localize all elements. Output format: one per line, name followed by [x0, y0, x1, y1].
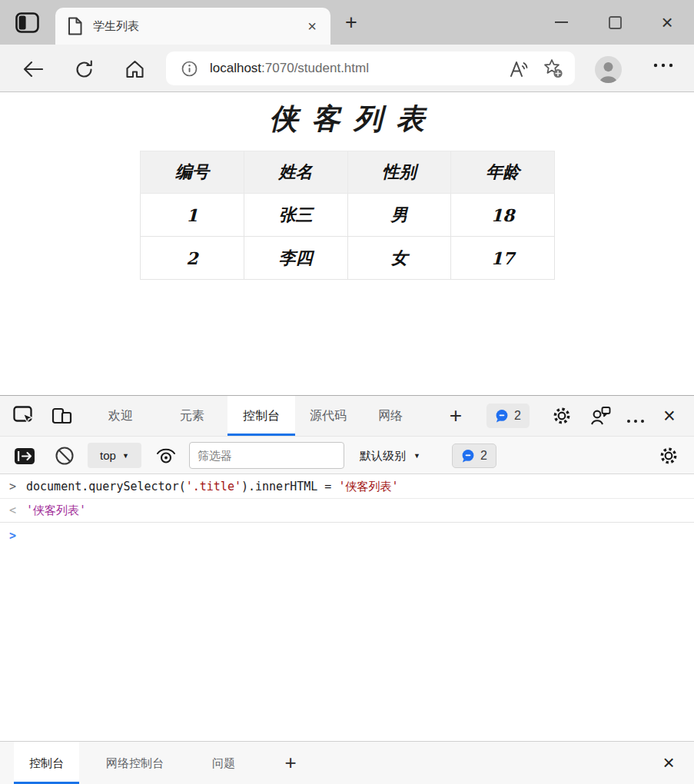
table-cell: 张三 — [244, 194, 347, 237]
site-info-icon[interactable] — [181, 61, 198, 77]
read-aloud-icon — [509, 60, 530, 78]
table-cell: 1 — [141, 194, 244, 237]
address-bar[interactable]: localhost:7070/student.html — [166, 51, 575, 85]
devtools-tab-sources[interactable]: 源代码 — [300, 396, 357, 436]
console-command: document.querySelector('.title').innerHT… — [26, 480, 398, 494]
table-header-cell: 编号 — [141, 151, 244, 194]
table-cell: 男 — [347, 194, 451, 237]
profile-avatar[interactable] — [595, 56, 622, 83]
read-aloud-button[interactable] — [507, 57, 530, 80]
drawer-tab-console[interactable]: 控制台 — [14, 742, 79, 784]
table-header-row: 编号 姓名 性别 年龄 — [141, 151, 555, 194]
console-output[interactable]: > document.querySelector('.title').inner… — [0, 475, 694, 741]
context-label: top — [100, 449, 116, 462]
tab-strip: 学生列表 × + × — [0, 0, 694, 45]
tab-workspaces-button[interactable] — [12, 11, 42, 34]
url-text[interactable]: localhost:7070/student.html — [210, 61, 507, 76]
chat-bubble-icon — [461, 449, 475, 463]
console-command-line: > document.querySelector('.title').inner… — [0, 475, 694, 499]
command-chevron-icon: > — [9, 480, 26, 493]
refresh-icon — [75, 60, 94, 79]
devtools-tab-network[interactable]: 网络 — [367, 396, 413, 436]
messages-count: 2 — [514, 409, 521, 423]
console-sidebar-icon — [14, 447, 35, 465]
window-close-button[interactable]: × — [649, 0, 686, 45]
window-minimize-button[interactable] — [543, 0, 579, 45]
devtools-tab-console[interactable]: 控制台 — [227, 396, 295, 436]
chevron-down-icon: ▼ — [122, 452, 129, 460]
javascript-context-dropdown[interactable]: top ▼ — [88, 443, 141, 468]
browser-toolbar: localhost:7070/student.html — [0, 45, 694, 92]
table-header-cell: 年龄 — [451, 151, 555, 194]
console-messages-badge[interactable]: 2 — [486, 404, 530, 428]
student-table: 编号 姓名 性别 年龄 1 张三 男 18 2 李四 女 17 — [140, 151, 555, 280]
console-prompt-line[interactable]: > — [0, 523, 694, 546]
code-string: '.title' — [186, 480, 241, 493]
browser-window: 学生列表 × + × localhost:7070/student.html — [0, 0, 694, 784]
devtools-more-tabs-button[interactable]: + — [441, 396, 470, 436]
table-cell: 女 — [347, 237, 451, 280]
eye-icon — [155, 447, 177, 465]
table-cell: 18 — [451, 194, 555, 237]
console-settings-button[interactable] — [658, 446, 679, 466]
page-content: 侠客列表 编号 姓名 性别 年龄 1 张三 男 18 2 — [0, 92, 694, 395]
console-issues-badge[interactable]: 2 — [452, 443, 496, 468]
back-icon — [23, 61, 43, 78]
browser-tab[interactable]: 学生列表 × — [55, 8, 330, 45]
code-text: document.querySelector( — [26, 480, 186, 493]
more-dots-icon — [653, 63, 673, 68]
home-button[interactable] — [124, 58, 145, 80]
device-toolbar-button[interactable] — [51, 406, 74, 426]
add-favorite-button[interactable] — [541, 57, 564, 80]
page-document-icon — [68, 17, 82, 35]
devtools-drawer-bar: 控制台 网络控制台 问题 + × — [0, 741, 694, 784]
url-path: :7070/student.html — [261, 61, 369, 75]
drawer-tab-label: 控制台 — [29, 756, 64, 769]
gear-icon — [659, 446, 679, 466]
log-levels-dropdown[interactable]: 默认级别 ▼ — [360, 437, 420, 475]
drawer-tab-network-console[interactable]: 网络控制台 — [91, 742, 179, 784]
devtools-tabbar: 欢迎 元素 控制台 源代码 网络 + 2 × — [0, 396, 694, 436]
drawer-close-button[interactable]: × — [653, 742, 684, 784]
favorite-star-icon — [543, 58, 563, 78]
clear-console-button[interactable] — [54, 446, 75, 466]
console-result-value: '侠客列表' — [26, 503, 86, 518]
devtools-tab-welcome[interactable]: 欢迎 — [92, 396, 149, 436]
console-filter-input[interactable] — [189, 442, 344, 469]
gear-icon — [552, 406, 572, 426]
browser-more-button[interactable] — [650, 63, 676, 68]
drawer-tab-issues[interactable]: 问题 — [197, 742, 251, 784]
back-button[interactable] — [22, 58, 44, 80]
window-maximize-button[interactable] — [596, 0, 633, 45]
devtools-tab-elements[interactable]: 元素 — [164, 396, 220, 436]
code-text: ).innerHTML = — [241, 480, 338, 493]
prompt-chevron-icon: > — [9, 529, 26, 543]
chat-bubble-icon — [495, 409, 509, 423]
page-title: 侠客列表 — [0, 100, 694, 138]
table-row: 2 李四 女 17 — [141, 237, 555, 280]
devtools-settings-button[interactable] — [550, 406, 573, 426]
code-string: '侠客列表' — [338, 480, 398, 493]
tab-title: 学生列表 — [93, 19, 304, 34]
drawer-more-tabs-button[interactable]: + — [275, 742, 306, 784]
result-chevron-icon: < — [9, 503, 26, 517]
feedback-icon — [589, 406, 611, 426]
live-expression-button[interactable] — [155, 446, 177, 466]
home-icon — [125, 60, 144, 78]
tab-close-icon[interactable]: × — [304, 18, 320, 34]
table-row: 1 张三 男 18 — [141, 194, 555, 237]
table-header-cell: 性别 — [347, 151, 451, 194]
chevron-down-icon: ▼ — [413, 452, 420, 460]
refresh-button[interactable] — [73, 58, 95, 80]
console-sidebar-toggle[interactable] — [14, 446, 35, 466]
tab-workspaces-icon — [15, 12, 39, 33]
minimize-icon — [555, 22, 568, 23]
new-tab-button[interactable]: + — [338, 9, 364, 35]
issues-count: 2 — [480, 449, 487, 463]
console-result-line: < '侠客列表' — [0, 499, 694, 523]
devtools-close-button[interactable]: × — [655, 396, 684, 436]
inspect-element-button[interactable] — [12, 406, 35, 426]
devtools-more-button[interactable] — [624, 411, 647, 431]
devtools-feedback-button[interactable] — [589, 406, 612, 426]
url-host: localhost — [210, 61, 261, 75]
